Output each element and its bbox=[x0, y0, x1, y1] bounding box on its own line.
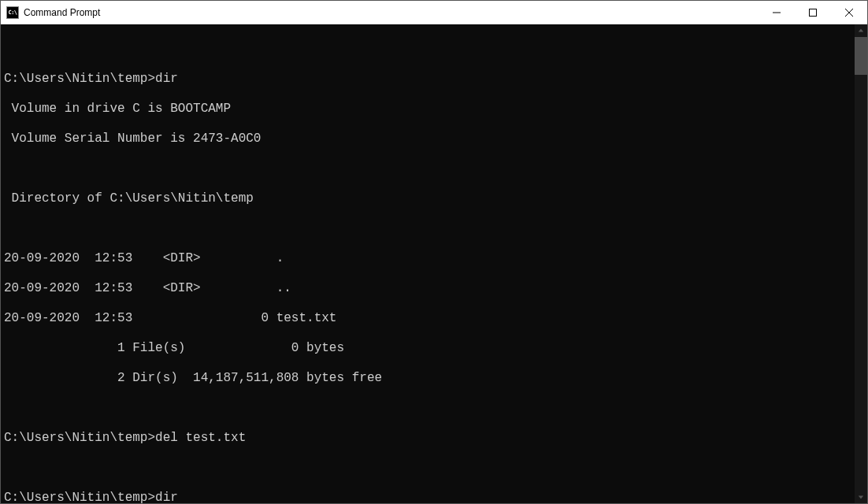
terminal-line: 20-09-2020 12:53 <DIR> . bbox=[4, 251, 851, 266]
terminal-line: Volume in drive C is BOOTCAMP bbox=[4, 102, 851, 117]
terminal-line bbox=[4, 461, 851, 476]
terminal-line: 2 Dir(s) 14,187,511,808 bytes free bbox=[4, 371, 851, 386]
terminal-line: 20-09-2020 12:53 0 test.txt bbox=[4, 311, 851, 326]
close-button[interactable] bbox=[831, 1, 867, 24]
terminal-line: C:\Users\Nitin\temp>del test.txt bbox=[4, 431, 851, 446]
scroll-up-button[interactable] bbox=[855, 24, 867, 37]
terminal-area: C:\Users\Nitin\temp>dir Volume in drive … bbox=[1, 24, 867, 503]
app-icon: C:\ bbox=[6, 6, 19, 19]
terminal-line bbox=[4, 161, 851, 176]
command-prompt-window: C:\ Command Prompt C:\Users\Nitin\temp>d… bbox=[0, 0, 868, 504]
scroll-down-button[interactable] bbox=[855, 491, 867, 503]
terminal-line: Directory of C:\Users\Nitin\temp bbox=[4, 191, 851, 206]
svg-rect-1 bbox=[810, 9, 817, 16]
window-controls bbox=[759, 1, 867, 24]
terminal-line bbox=[4, 221, 851, 236]
vertical-scrollbar[interactable] bbox=[855, 24, 867, 503]
scroll-thumb[interactable] bbox=[855, 37, 867, 75]
terminal-line: C:\Users\Nitin\temp>dir bbox=[4, 72, 851, 87]
terminal-line: C:\Users\Nitin\temp>dir bbox=[4, 491, 851, 503]
terminal-line: Volume Serial Number is 2473-A0C0 bbox=[4, 132, 851, 146]
terminal-line bbox=[4, 401, 851, 416]
scroll-track[interactable] bbox=[855, 37, 867, 491]
terminal-line: 20-09-2020 12:53 <DIR> .. bbox=[4, 281, 851, 296]
terminal-line bbox=[4, 42, 851, 57]
window-title: Command Prompt bbox=[24, 7, 759, 18]
maximize-button[interactable] bbox=[795, 1, 831, 24]
titlebar[interactable]: C:\ Command Prompt bbox=[1, 1, 867, 24]
terminal-content[interactable]: C:\Users\Nitin\temp>dir Volume in drive … bbox=[1, 24, 855, 503]
minimize-button[interactable] bbox=[759, 1, 795, 24]
terminal-line: 1 File(s) 0 bytes bbox=[4, 341, 851, 356]
